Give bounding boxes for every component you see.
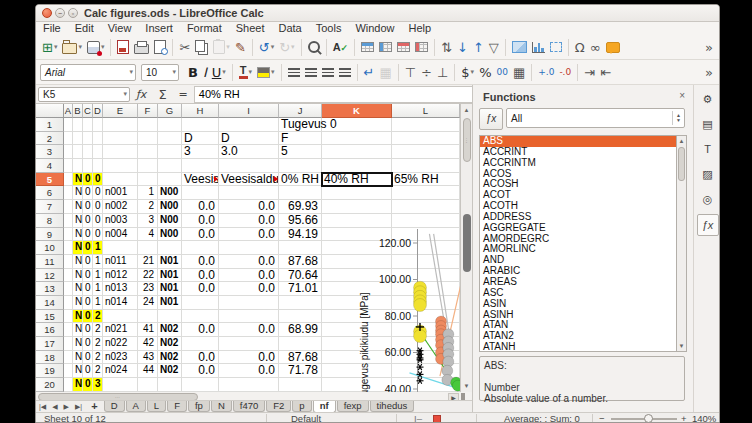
- cell-D20[interactable]: 3: [93, 378, 103, 392]
- insert-comment-button[interactable]: [604, 36, 622, 58]
- row-header-13[interactable]: 13: [36, 282, 64, 296]
- font-size-select[interactable]: 10▾: [141, 64, 179, 81]
- print-button[interactable]: [132, 36, 151, 58]
- cell-G5[interactable]: [158, 173, 182, 187]
- cell-D15[interactable]: 2: [93, 310, 103, 324]
- cell-J15[interactable]: [279, 310, 322, 324]
- cell-B6[interactable]: N: [73, 186, 83, 200]
- cell-D11[interactable]: 1: [93, 255, 103, 269]
- cell-E17[interactable]: n022: [103, 337, 138, 351]
- cell-C7[interactable]: 0: [83, 200, 93, 214]
- title-bar[interactable]: − ▫ Calc figures.ods - LibreOffice Calc: [36, 5, 719, 22]
- cell-D12[interactable]: 1: [93, 269, 103, 283]
- cell-D9[interactable]: 0: [93, 228, 103, 242]
- cell-D5[interactable]: 0: [93, 173, 103, 187]
- cell-I10[interactable]: [219, 241, 279, 255]
- align-top-button[interactable]: ⊤: [403, 61, 418, 83]
- cell-F9[interactable]: 4: [138, 228, 158, 242]
- cell-L8[interactable]: [392, 214, 460, 228]
- function-list-scrollbar[interactable]: ▲ ▼: [676, 135, 687, 352]
- cell-E2[interactable]: [103, 132, 138, 146]
- cell-E4[interactable]: [103, 159, 138, 173]
- paste-button[interactable]: ▾: [211, 36, 232, 58]
- cell-H19[interactable]: 0.0: [182, 364, 219, 378]
- new-document-dropdown-icon[interactable]: ▾: [54, 43, 58, 51]
- align-bottom-button[interactable]: ⊥: [435, 61, 450, 83]
- cell-B12[interactable]: N: [73, 269, 83, 283]
- cell-A15[interactable]: [64, 310, 73, 324]
- cell-K2[interactable]: [322, 132, 392, 146]
- cell-I16[interactable]: 0.0: [219, 323, 279, 337]
- sheet-tab-tihedus[interactable]: tihedus: [370, 401, 415, 412]
- special-character-button[interactable]: Ω: [573, 36, 587, 58]
- function-item-asin[interactable]: ASIN: [480, 299, 684, 310]
- document-modified-icon[interactable]: [433, 415, 441, 423]
- new-document-button[interactable]: ⊞▾: [40, 36, 59, 58]
- cell-K8[interactable]: [322, 214, 392, 228]
- font-name-select[interactable]: Arial▾: [40, 64, 136, 81]
- align-right-button[interactable]: [320, 61, 336, 83]
- save-dropdown-icon[interactable]: ▾: [101, 43, 105, 51]
- row-header-17[interactable]: 17: [36, 337, 64, 351]
- delete-column-button[interactable]: [413, 36, 430, 58]
- cell-J6[interactable]: [279, 186, 322, 200]
- clone-formatting-button[interactable]: ✎: [233, 36, 248, 58]
- cell-J1[interactable]: Tugevus 0: [279, 118, 322, 132]
- row-header-9[interactable]: 9: [36, 228, 64, 242]
- cell-A14[interactable]: [64, 296, 73, 310]
- sheet-tab-fexp[interactable]: fexp: [337, 401, 369, 412]
- cell-B9[interactable]: N: [73, 228, 83, 242]
- cell-A3[interactable]: [64, 145, 73, 159]
- cell-K3[interactable]: [322, 145, 392, 159]
- cell-E11[interactable]: n011: [103, 255, 138, 269]
- sum-icon[interactable]: Σ: [158, 87, 166, 102]
- cell-F15[interactable]: [138, 310, 158, 324]
- zoom-out-icon[interactable]: −: [599, 414, 605, 423]
- cell-G8[interactable]: N00: [158, 214, 182, 228]
- cell-B8[interactable]: N: [73, 214, 83, 228]
- first-sheet-icon[interactable]: |◀: [36, 401, 49, 411]
- cell-H1[interactable]: [182, 118, 219, 132]
- add-sheet-button[interactable]: +: [85, 401, 103, 412]
- cell-G14[interactable]: N01: [158, 296, 182, 310]
- cell-D17[interactable]: 2: [93, 337, 103, 351]
- spelling-button[interactable]: A: [331, 36, 351, 58]
- wrap-text-button[interactable]: ↵: [362, 61, 377, 83]
- toolbar-overflow-button[interactable]: »: [703, 36, 715, 58]
- row-header-7[interactable]: 7: [36, 200, 64, 214]
- cell-L4[interactable]: [392, 159, 460, 173]
- cell-B20[interactable]: N: [73, 378, 83, 392]
- function-wizard-icon[interactable]: ƒx: [136, 88, 146, 101]
- cell-H10[interactable]: [182, 241, 219, 255]
- column-header-A[interactable]: A: [64, 104, 73, 118]
- copy-button[interactable]: [193, 36, 210, 58]
- column-header-C[interactable]: C: [83, 104, 93, 118]
- cell-G19[interactable]: N02: [158, 364, 182, 378]
- cell-G9[interactable]: N00: [158, 228, 182, 242]
- cell-E3[interactable]: [103, 145, 138, 159]
- font-size-dropdown-icon[interactable]: ▾: [172, 68, 176, 76]
- cell-A4[interactable]: [64, 159, 73, 173]
- cell-E10[interactable]: [103, 241, 138, 255]
- sidebar-tab-styles-icon[interactable]: T: [698, 139, 718, 159]
- cell-E12[interactable]: n012: [103, 269, 138, 283]
- cell-F8[interactable]: 3: [138, 214, 158, 228]
- sidebar-tab-gallery-icon[interactable]: ▨: [698, 164, 718, 184]
- cell-F2[interactable]: [138, 132, 158, 146]
- minimize-window-button[interactable]: −: [55, 8, 65, 18]
- cell-I1[interactable]: [219, 118, 279, 132]
- cell-I15[interactable]: [219, 310, 279, 324]
- cell-A5[interactable]: [64, 173, 73, 187]
- sheet-tab-A[interactable]: A: [126, 401, 146, 412]
- cell-J13[interactable]: 71.01: [279, 282, 322, 296]
- cell-A6[interactable]: [64, 186, 73, 200]
- function-item-amorlinc[interactable]: AMORLINC: [480, 244, 684, 255]
- function-category-select[interactable]: All ▲▼: [506, 108, 685, 128]
- cell-H5[interactable]: Veesisaldus: [182, 173, 219, 187]
- cell-C13[interactable]: 0: [83, 282, 93, 296]
- align-center-button[interactable]: [303, 61, 319, 83]
- vertical-scrollbar-thumb[interactable]: ⋮: [463, 118, 471, 162]
- column-header-F[interactable]: F: [138, 104, 158, 118]
- list-scroll-down-icon[interactable]: ▼: [677, 341, 686, 351]
- percent-button[interactable]: %: [477, 61, 493, 83]
